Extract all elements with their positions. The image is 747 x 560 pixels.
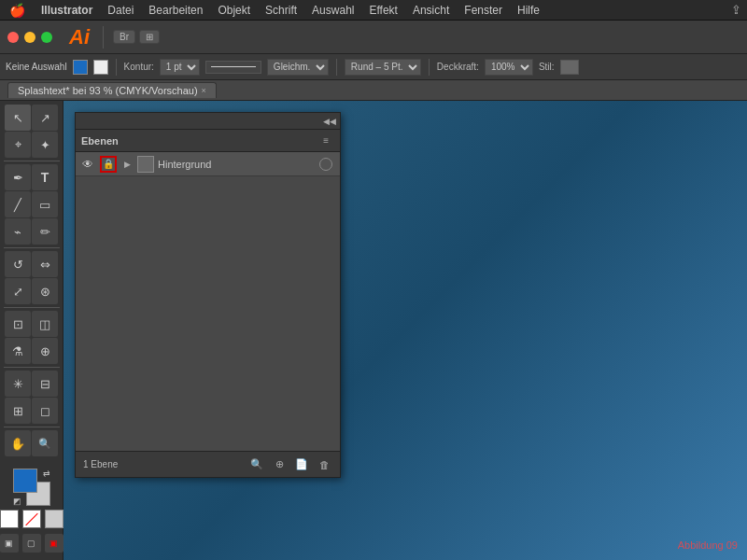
divider-1 <box>116 59 117 76</box>
layers-panel: ◀◀ Ebenen ≡ 👁 🔒 ▶ Hintergrund <box>75 112 341 478</box>
divider-2 <box>336 59 337 76</box>
panel-drag-bar[interactable]: ◀◀ <box>76 113 340 130</box>
tool-row-12: ✋ 🔍 <box>5 430 58 456</box>
pen-tool[interactable]: ✒ <box>5 164 31 190</box>
line-tool[interactable]: ╱ <box>5 191 31 217</box>
kontur-select[interactable]: 1 pt <box>160 59 200 76</box>
layer-color-indicator <box>319 158 332 171</box>
title-bar: Ai Br ⊞ <box>0 21 747 54</box>
red-view-btn[interactable]: ▣ <box>45 534 63 553</box>
foreground-color[interactable] <box>13 469 37 493</box>
rotate-tool[interactable]: ↺ <box>5 251 31 277</box>
chart-tool[interactable]: ⊡ <box>5 311 31 337</box>
magic-wand-tool[interactable]: ✦ <box>32 132 58 158</box>
tool-divider-5 <box>4 427 60 427</box>
layer-visibility-toggle[interactable]: 👁 <box>79 156 96 173</box>
menu-fenster[interactable]: Fenster <box>457 0 510 20</box>
stroke-preview <box>205 61 261 74</box>
menu-objekt[interactable]: Objekt <box>210 0 258 20</box>
swap-colors-icon[interactable]: ⇄ <box>43 469 50 478</box>
canvas-area[interactable]: ◀◀ Ebenen ≡ 👁 🔒 ▶ Hintergrund <box>63 101 747 560</box>
stroke-end-select[interactable]: Rund – 5 Pt. <box>345 59 421 76</box>
maximize-button[interactable] <box>41 32 52 43</box>
divider-3 <box>429 59 430 76</box>
rect-tool[interactable]: ▭ <box>32 191 58 217</box>
eye-icon: 👁 <box>82 158 93 171</box>
fill-swatch[interactable] <box>73 60 88 75</box>
new-sublayer-button[interactable]: ⊕ <box>271 456 288 473</box>
stroke-style-select[interactable]: Gleichm. <box>267 59 329 76</box>
collapse-icon[interactable]: ◀◀ <box>323 117 336 126</box>
kontur-label: Kontur: <box>124 62 154 72</box>
normal-mode[interactable] <box>0 510 19 528</box>
divider <box>103 26 104 49</box>
panel-header[interactable]: Ebenen ≡ <box>76 130 340 152</box>
layer-lock-toggle[interactable]: 🔒 <box>100 156 117 173</box>
text-tool[interactable]: T <box>32 164 58 190</box>
hand-tool[interactable]: ✋ <box>5 430 31 456</box>
brush-tool[interactable]: ⌁ <box>5 218 31 245</box>
minimize-button[interactable] <box>24 32 35 43</box>
options-bar: Keine Auswahl Kontur: 1 pt Gleichm. Rund… <box>0 54 747 80</box>
tool-row-7: ⤢ ⊛ <box>5 278 58 304</box>
select-tool[interactable]: ↖ <box>5 105 31 131</box>
pencil-tool[interactable]: ✏ <box>32 218 58 245</box>
search-layers-button[interactable]: 🔍 <box>248 456 265 473</box>
outline-view-btn[interactable]: ▢ <box>22 534 41 553</box>
menu-bearbeiten[interactable]: Bearbeiten <box>141 0 210 20</box>
color-controls: ⇄ ◩ ▣ ▢ ▣ <box>0 469 63 553</box>
stroke-swatch[interactable] <box>93 60 108 75</box>
reset-colors-icon[interactable]: ◩ <box>13 497 21 506</box>
view-controls: ▣ ▢ ▣ <box>0 534 63 553</box>
grid-button[interactable]: ⊞ <box>139 30 160 44</box>
menu-auswahl[interactable]: Auswahl <box>304 0 361 20</box>
tool-divider-4 <box>4 367 60 368</box>
selection-label: Keine Auswahl <box>6 62 67 72</box>
tool-row-9: ⚗ ⊕ <box>5 338 58 364</box>
menu-datei[interactable]: Datei <box>100 0 141 20</box>
style-swatch[interactable] <box>560 60 579 75</box>
document-tab-bar: Splashtext* bei 93 % (CMYK/Vorschau) × <box>0 80 747 101</box>
menu-hilfe[interactable]: Hilfe <box>510 0 547 20</box>
layer-expand-button[interactable]: ▶ <box>120 158 134 171</box>
eraser-tool[interactable]: ◻ <box>32 398 58 424</box>
document-title: Splashtext* bei 93 % (CMYK/Vorschau) <box>18 85 198 96</box>
menu-ansicht[interactable]: Ansicht <box>405 0 457 20</box>
menu-schrift[interactable]: Schrift <box>258 0 304 20</box>
screen-mode[interactable] <box>45 510 63 528</box>
panel-footer-buttons: 🔍 ⊕ 📄 🗑 <box>248 456 332 473</box>
opacity-select[interactable]: 100% <box>485 59 533 76</box>
layer-thumbnail <box>137 156 154 173</box>
no-fill-mode[interactable] <box>22 510 41 528</box>
scale-tool[interactable]: ⤢ <box>5 278 31 304</box>
bridge-button[interactable]: Br <box>113 30 135 44</box>
main-area: ↖ ↗ ⌖ ✦ ✒ T ╱ ▭ ⌁ ✏ ↺ ⇔ ⤢ ⊛ ⊡ <box>0 101 747 560</box>
panel-title: Ebenen <box>81 135 119 147</box>
warp-tool[interactable]: ⊛ <box>32 278 58 304</box>
gradient-tool[interactable]: ◫ <box>32 311 58 337</box>
eyedropper-tool[interactable]: ⚗ <box>5 338 31 364</box>
apple-menu[interactable]: 🍎 <box>0 3 34 18</box>
panel-menu-button[interactable]: ≡ <box>317 135 334 146</box>
slice-tool[interactable]: ⊞ <box>5 398 31 424</box>
column-chart-tool[interactable]: ⊟ <box>32 371 58 397</box>
close-button[interactable] <box>7 32 19 43</box>
menu-bar: 🍎 Illustrator Datei Bearbeiten Objekt Sc… <box>0 0 747 21</box>
tool-row-10: ✳ ⊟ <box>5 371 58 397</box>
fill-view-btn[interactable]: ▣ <box>0 534 19 553</box>
document-tab[interactable]: Splashtext* bei 93 % (CMYK/Vorschau) × <box>7 82 217 98</box>
lasso-tool[interactable]: ⌖ <box>5 132 31 158</box>
zoom-tool[interactable]: 🔍 <box>32 430 58 456</box>
new-layer-button[interactable]: 📄 <box>293 456 310 473</box>
document-close-button[interactable]: × <box>202 86 206 95</box>
panel-footer: 1 Ebene 🔍 ⊕ 📄 🗑 <box>76 451 340 477</box>
opacity-label: Deckkraft: <box>437 62 479 72</box>
direct-select-tool[interactable]: ↗ <box>32 105 58 131</box>
menu-illustrator[interactable]: Illustrator <box>34 0 100 20</box>
mirror-tool[interactable]: ⇔ <box>32 251 58 277</box>
layer-item-hintergrund[interactable]: 👁 🔒 ▶ Hintergrund <box>76 152 340 176</box>
delete-layer-button[interactable]: 🗑 <box>316 456 332 473</box>
blend-tool[interactable]: ⊕ <box>32 338 58 364</box>
symbol-tool[interactable]: ✳ <box>5 371 31 397</box>
menu-effekt[interactable]: Effekt <box>361 0 404 20</box>
